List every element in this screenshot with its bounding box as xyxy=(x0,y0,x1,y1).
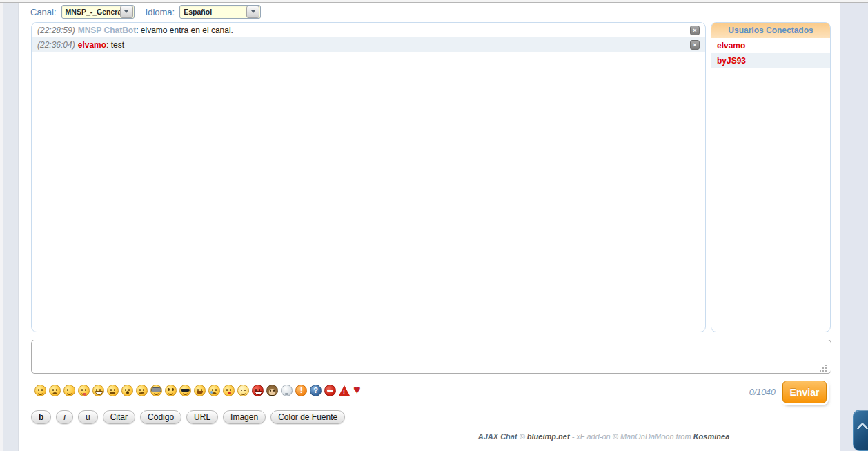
message-input[interactable] xyxy=(31,340,831,374)
language-label: Idioma: xyxy=(146,7,175,17)
footer-credits: AJAX Chat © blueimp.net - xF add-on © Ma… xyxy=(366,432,842,441)
online-users-list: elvamo byJS93 xyxy=(711,38,830,68)
emoticon-smile-icon[interactable] xyxy=(34,385,46,396)
emoticon-kiss-icon[interactable] xyxy=(223,385,235,396)
language-select-value: Español xyxy=(180,8,246,16)
online-user-name: byJS93 xyxy=(717,56,746,66)
chat-messages-panel: (22:28:59)MNSP ChatBot: elvamo entra en … xyxy=(31,22,706,332)
channel-select[interactable]: MNSP_-_General xyxy=(61,5,135,19)
chevron-glyph xyxy=(124,10,128,13)
format-button[interactable]: u xyxy=(78,410,98,424)
emoticon-noentry-icon[interactable] xyxy=(324,385,336,396)
footer-credit-part: Kosminea xyxy=(693,432,730,441)
channel-label: Canal: xyxy=(30,7,57,17)
message-text: test xyxy=(111,40,124,50)
message-separator: : xyxy=(136,26,141,35)
emoticon-laugh-icon[interactable] xyxy=(194,385,206,396)
emoticon-shock-icon[interactable] xyxy=(121,385,133,396)
format-button[interactable]: Citar xyxy=(103,410,135,424)
close-icon: × xyxy=(693,27,696,33)
format-button[interactable]: i xyxy=(56,410,73,424)
emoticon-angel-icon[interactable] xyxy=(237,385,249,396)
emoticon-warning-icon[interactable] xyxy=(339,385,351,396)
emoticon-neutral-icon[interactable] xyxy=(107,385,119,396)
chat-message-row: (22:36:04)elvamo: test × xyxy=(32,37,705,52)
chevron-glyph xyxy=(251,10,255,13)
online-users-title: Usuarios Conectados xyxy=(711,23,830,38)
emoticon-question-icon[interactable] xyxy=(310,385,322,396)
chat-message-row: (22:28:59)MNSP ChatBot: elvamo entra en … xyxy=(32,23,705,37)
footer-credit-part: xF add-on © ManOnDaMoon from xyxy=(576,432,693,441)
delete-message-button[interactable]: × xyxy=(690,40,700,50)
online-user-item[interactable]: byJS93 xyxy=(711,53,830,68)
message-username[interactable]: elvamo xyxy=(78,40,106,50)
format-button[interactable]: Imagen xyxy=(223,410,266,424)
emoticon-grin-icon[interactable] xyxy=(92,385,104,396)
language-select[interactable]: Español xyxy=(179,5,261,19)
window-top-strip xyxy=(0,0,868,3)
format-button[interactable]: Color de Fuente xyxy=(270,410,345,424)
message-timestamp: (22:28:59) xyxy=(37,26,75,35)
right-gutter xyxy=(840,3,868,451)
topbar: Canal: MNSP_-_General Idioma: Español xyxy=(30,4,261,19)
close-icon: × xyxy=(693,41,696,48)
message-username[interactable]: MNSP ChatBot xyxy=(78,26,136,35)
resize-grip-icon[interactable] xyxy=(825,365,827,366)
format-button[interactable]: Código xyxy=(140,410,181,424)
left-gutter xyxy=(3,3,19,451)
arrow-up-icon xyxy=(857,423,868,434)
emoticon-bulb-icon[interactable] xyxy=(281,385,293,396)
emoticon-devil-icon[interactable] xyxy=(252,385,264,396)
online-user-item[interactable]: elvamo xyxy=(711,38,830,53)
emoticon-cool-icon[interactable] xyxy=(179,385,191,396)
footer-credit-part: AJAX Chat xyxy=(478,432,517,441)
chevron-down-icon[interactable] xyxy=(120,6,133,18)
delete-message-button[interactable]: × xyxy=(690,26,700,35)
message-timestamp: (22:36:04) xyxy=(37,40,75,50)
scroll-to-top-button[interactable] xyxy=(853,410,868,451)
emoticon-bar xyxy=(34,385,365,396)
channel-select-value: MNSP_-_General xyxy=(62,8,120,16)
online-user-name: elvamo xyxy=(717,41,745,50)
emoticon-tongue-icon[interactable] xyxy=(78,385,90,396)
emoticon-monkey-icon[interactable] xyxy=(266,385,278,396)
online-users-panel: Usuarios Conectados elvamo byJS93 xyxy=(711,22,831,332)
message-separator: : xyxy=(106,40,111,50)
emoticon-heart-icon[interactable] xyxy=(353,385,365,396)
send-button[interactable]: Enviar xyxy=(782,381,827,403)
format-button[interactable]: b xyxy=(31,410,51,424)
message-text: elvamo entra en el canal. xyxy=(141,26,233,35)
emoticon-frown-icon[interactable] xyxy=(49,385,61,396)
emoticon-eek-icon[interactable] xyxy=(165,385,177,396)
emoticon-confused-icon[interactable] xyxy=(136,385,148,396)
char-counter: 0/1040 xyxy=(716,387,776,397)
emoticon-cry-icon[interactable] xyxy=(208,385,220,396)
emoticon-exclaim-icon[interactable] xyxy=(295,385,307,396)
chevron-down-icon[interactable] xyxy=(246,6,259,18)
emoticon-glasses-icon[interactable] xyxy=(150,385,162,396)
footer-credit-part: blueimp.net xyxy=(527,432,570,441)
footer-credit-part: © xyxy=(520,432,527,441)
ajax-chat-app: Canal: MNSP_-_General Idioma: Español (2… xyxy=(0,0,868,451)
format-button[interactable]: URL xyxy=(186,410,218,424)
emoticon-wink-icon[interactable] xyxy=(63,385,75,396)
format-bar: b i u Citar Código URL Imagen Color de F… xyxy=(31,410,345,424)
